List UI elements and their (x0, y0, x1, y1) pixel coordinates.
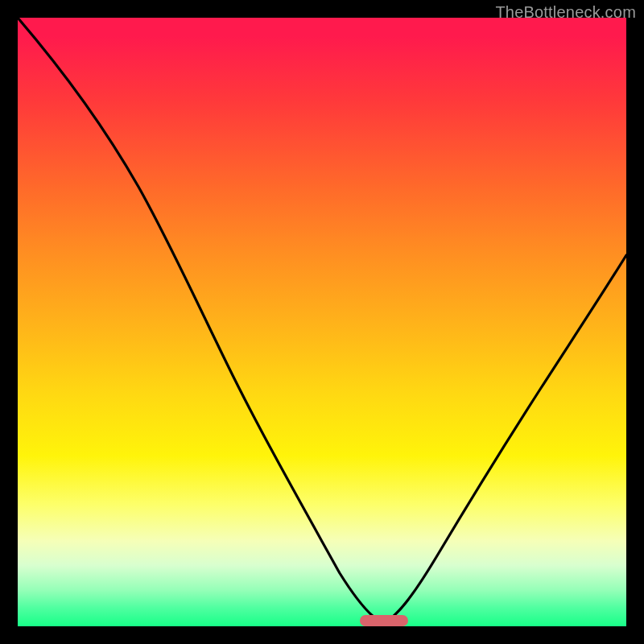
watermark-text: TheBottleneck.com (495, 3, 636, 22)
outer-frame: TheBottleneck.com (0, 0, 644, 644)
curve-right-branch (383, 255, 626, 623)
curve-left-branch (18, 18, 383, 623)
bottleneck-marker (360, 615, 408, 626)
bottleneck-curve (18, 18, 626, 626)
plot-area (18, 18, 626, 626)
